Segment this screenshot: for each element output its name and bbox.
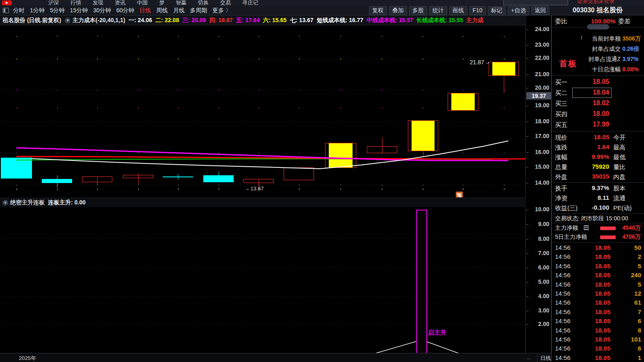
high-price-annotation: 21.87→ [470, 59, 490, 66]
bid-label: 买一 [555, 79, 567, 86]
stat-value: 35015 [572, 173, 609, 180]
chevron-down-icon[interactable]: ▼ [2, 200, 8, 206]
trade-row: 14:5618.0550 [552, 243, 644, 252]
axis-tick [526, 296, 528, 297]
period-tab-4[interactable]: 15分钟 [70, 7, 88, 14]
high-price-value: 21.87 [470, 59, 484, 66]
menu-item[interactable]: 中国 [137, 0, 148, 6]
menu-item[interactable]: 寻庄记 [242, 0, 258, 6]
sub-indicator-name[interactable]: 绝密主升连板 [10, 199, 45, 206]
stat-value: 1.64 [572, 143, 609, 150]
trade-volume: 50 [634, 244, 641, 251]
trade-price: 18.05 [574, 262, 610, 269]
toolbar-button[interactable]: 复权 [369, 6, 387, 15]
toolbar-button[interactable]: 标记 [488, 6, 506, 15]
detail-grid-icon[interactable] [584, 225, 589, 230]
period-tab-9[interactable]: 月线 [173, 7, 184, 14]
trade-price: 18.05 [574, 317, 610, 324]
cost-lines [0, 25, 526, 197]
menu-item[interactable]: 切换 [198, 0, 209, 6]
menu-item[interactable]: 梦 [159, 0, 164, 6]
period-tab-11[interactable]: 更多 〉 [212, 7, 231, 14]
period-tab-1[interactable]: 分时 [13, 7, 25, 14]
sub-chart-pane[interactable]: 启主升 [0, 207, 526, 353]
bid-level-row[interactable]: 买二18.04 [552, 88, 644, 98]
trade-volume: 6 [638, 345, 641, 352]
trade-price: 18.05 [574, 281, 610, 288]
axis-label: 5.00 [538, 278, 549, 285]
trade-price: 18.05 [574, 308, 610, 315]
period-tab-8[interactable]: 周线 [156, 7, 168, 14]
low-price-annotation: ←13.67 [245, 186, 264, 192]
chart-stock-label: 祖名股份 (日线.前复权) [2, 17, 61, 24]
trade-price: 18.05 [574, 336, 610, 343]
menu-item[interactable]: 智赢 [176, 0, 187, 6]
seal-stat-row: 封单占成交0.26倍 [552, 45, 644, 56]
toolbar-button[interactable]: 多股 [409, 6, 427, 15]
period-tab-6[interactable]: 60分钟 [116, 7, 134, 14]
bid-level-row[interactable]: 买五17.99 [552, 120, 644, 130]
seal-stat-row: !当前封单额3506万 [552, 35, 644, 45]
toolbar-button[interactable]: F10 [469, 6, 486, 15]
prediction-badge[interactable]: 预 [456, 192, 463, 197]
period-label[interactable]: 日线 [540, 355, 551, 362]
stat-row: 涨跌1.64最高 [552, 143, 644, 152]
seal-stat-label: 封单占流通Z [588, 56, 621, 63]
search-box[interactable] [503, 0, 568, 5]
period-tab-2[interactable]: 1分钟 [30, 7, 45, 14]
trade-row: 14:5618.058 [552, 326, 644, 335]
toolbar-button[interactable]: 画线 [449, 6, 467, 15]
seal-stat-label: 当前封单额 [592, 35, 621, 43]
bid-level-row[interactable]: 买四18.00 [552, 109, 644, 120]
bid-level-row[interactable]: 买三18.02 [552, 98, 644, 109]
bid-price[interactable]: 18.04 [574, 89, 609, 96]
collapse-panel-button[interactable]: ︿ [587, 24, 609, 29]
menu-item[interactable]: 行情 [71, 0, 81, 6]
signal-bar[interactable] [416, 210, 427, 353]
bid-price[interactable]: 18.05 [574, 78, 609, 86]
period-tab-10[interactable]: 多周期 [190, 7, 207, 14]
trade-volume: 240 [631, 272, 641, 278]
bid-label: 买二 [555, 89, 567, 97]
stat-row: 净资8.11流通 [552, 193, 644, 203]
more-button[interactable]: .. [527, 354, 530, 360]
bid-level-row[interactable]: 买一18.05 [552, 77, 644, 88]
trade-time: 14:56 [555, 272, 571, 278]
toolbar-button[interactable]: 返回 [531, 6, 549, 15]
period-tab-3[interactable]: 5分钟 [50, 7, 65, 14]
bid-price[interactable]: 17.99 [574, 121, 609, 128]
sub-indicator-line [0, 207, 526, 353]
period-toolbar: 分时1分钟5分钟15分钟30分钟60分钟日线周线月线多周期更多 〉 复权叠加多股… [0, 6, 644, 16]
period-tab-7[interactable]: 日线 [139, 7, 151, 14]
chevron-down-icon[interactable]: ▼ [65, 18, 71, 23]
axis-label: 20.00 [535, 84, 549, 91]
menu-item[interactable]: 沪深 [48, 0, 59, 6]
main-chart-pane[interactable]: ←13.6721.87→预 [0, 25, 526, 197]
menu-item[interactable]: 交易 [220, 0, 231, 6]
login-warning[interactable]: 证券交易未登录 [577, 0, 614, 5]
weibi-value: 100.00% [580, 18, 615, 25]
axis-tick [526, 210, 528, 210]
trade-price: 18.05 [574, 244, 610, 251]
axis-label: 24.00 [535, 26, 549, 32]
axis-tick [526, 106, 528, 106]
bid-price[interactable]: 18.02 [574, 100, 609, 107]
trade-price: 18.05 [574, 272, 610, 278]
toolbar-button[interactable]: 统计 [429, 6, 447, 15]
trade-time: 14:56 [555, 281, 571, 288]
flow-value: 4540万 [622, 224, 641, 232]
menu-item[interactable]: 资讯 [115, 0, 125, 6]
trade-row: 14:5618.055 [552, 262, 644, 271]
period-tabs: 分时1分钟5分钟15分钟30分钟60分钟日线周线月线多周期更多 〉 [13, 7, 237, 14]
split-screen-icon[interactable] [3, 8, 9, 13]
toolbar-button[interactable]: +自选 [508, 6, 529, 15]
indicator-name[interactable]: 主力成本(-20,40,1,1) [73, 17, 125, 24]
trading-terminal: 沪深行情发现资讯中国梦智赢切换交易寻庄记 证券交易未登录 分时1分钟5分钟15分… [0, 0, 644, 362]
indicator-value: 四: 18.87 [209, 17, 233, 24]
seal-stat-value: 0.26倍 [622, 45, 639, 53]
trade-time: 14:56 [555, 354, 571, 361]
period-tab-5[interactable]: 30分钟 [93, 7, 111, 14]
menu-item[interactable]: 发现 [93, 0, 103, 6]
toolbar-button[interactable]: 叠加 [389, 6, 407, 15]
bid-price[interactable]: 18.00 [574, 110, 609, 118]
